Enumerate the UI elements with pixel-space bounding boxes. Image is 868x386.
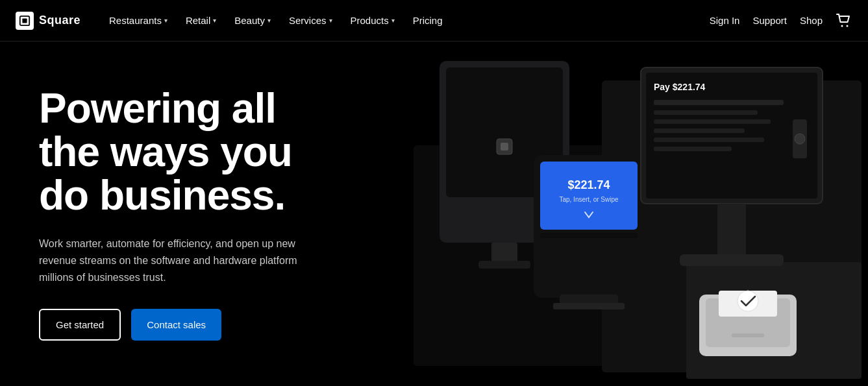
nav-item-beauty[interactable]: Beauty ▾ xyxy=(227,10,279,31)
contact-sales-button[interactable]: Contact sales xyxy=(131,309,221,341)
svg-rect-23 xyxy=(654,100,784,105)
logo[interactable]: Square xyxy=(16,12,81,30)
svg-rect-19 xyxy=(553,303,625,309)
hero-buttons: Get started Contact sales xyxy=(39,309,299,341)
hero-content: Powering all the ways you do business. W… xyxy=(0,48,338,380)
svg-point-2 xyxy=(841,25,843,27)
svg-rect-12 xyxy=(478,261,530,269)
navbar: Square Restaurants ▾ Retail ▾ Beauty ▾ S… xyxy=(0,0,868,42)
cart-icon[interactable] xyxy=(836,12,852,29)
chevron-down-icon: ▾ xyxy=(164,17,167,24)
nav-item-retail[interactable]: Retail ▾ xyxy=(178,10,224,31)
nav-label-retail: Retail xyxy=(186,15,210,26)
svg-rect-1 xyxy=(22,18,27,23)
svg-text:$221.74: $221.74 xyxy=(567,178,610,191)
hero-subtitle: Work smarter, automate for efficiency, a… xyxy=(39,235,299,285)
hero-scene: $221.74 Tap, Insert, or Swipe Pay $221.7… xyxy=(362,42,868,386)
svg-text:Tap, Insert, or Swipe: Tap, Insert, or Swipe xyxy=(559,196,619,203)
chevron-down-icon: ▾ xyxy=(267,17,271,24)
svg-rect-32 xyxy=(680,254,784,266)
hero-section: Powering all the ways you do business. W… xyxy=(0,42,868,386)
chevron-down-icon: ▾ xyxy=(329,17,332,24)
svg-point-30 xyxy=(795,134,805,144)
svg-rect-31 xyxy=(717,204,746,256)
nav-right: Sign In Support Shop xyxy=(710,12,852,29)
chevron-down-icon: ▾ xyxy=(213,17,216,24)
logo-text: Square xyxy=(39,14,81,27)
nav-links: Restaurants ▾ Retail ▾ Beauty ▾ Services… xyxy=(101,10,710,31)
nav-label-beauty: Beauty xyxy=(234,15,265,26)
svg-rect-25 xyxy=(654,119,771,124)
svg-rect-11 xyxy=(491,243,517,262)
svg-rect-28 xyxy=(654,147,732,151)
svg-rect-10 xyxy=(501,143,508,151)
nav-item-pricing[interactable]: Pricing xyxy=(405,10,451,31)
hero-title: Powering all the ways you do business. xyxy=(39,87,299,218)
get-started-button[interactable]: Get started xyxy=(39,309,121,341)
nav-item-services[interactable]: Services ▾ xyxy=(281,10,340,31)
svg-rect-27 xyxy=(654,138,764,142)
svg-point-3 xyxy=(847,25,849,27)
svg-rect-17 xyxy=(540,233,638,238)
support-link[interactable]: Support xyxy=(752,15,787,26)
nav-label-services: Services xyxy=(289,15,327,26)
svg-rect-37 xyxy=(732,333,764,337)
nav-label-products: Products xyxy=(351,15,389,26)
shop-link[interactable]: Shop xyxy=(800,15,823,26)
nav-item-products[interactable]: Products ▾ xyxy=(343,10,403,31)
nav-label-restaurants: Restaurants xyxy=(109,15,162,26)
svg-text:Pay $221.74: Pay $221.74 xyxy=(654,82,706,92)
nav-label-pricing: Pricing xyxy=(413,15,443,26)
logo-icon xyxy=(16,12,34,30)
signin-link[interactable]: Sign In xyxy=(710,15,740,26)
svg-rect-24 xyxy=(654,110,758,115)
nav-item-restaurants[interactable]: Restaurants ▾ xyxy=(101,10,175,31)
chevron-down-icon: ▾ xyxy=(391,17,395,24)
svg-rect-26 xyxy=(654,128,745,133)
